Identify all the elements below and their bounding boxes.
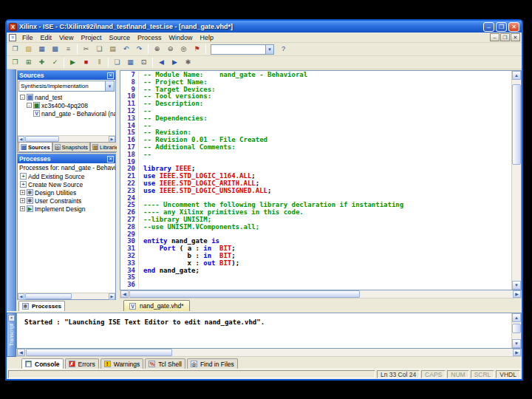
tree-item-label: Implement Design xyxy=(35,205,86,213)
process-add-existing-source[interactable]: +Add Existing Source xyxy=(18,172,115,180)
menu-process[interactable]: Process xyxy=(134,33,166,42)
scroll-right-icon[interactable]: ▶ xyxy=(513,290,521,298)
sources-panel-titlebar[interactable]: Sources ✕ xyxy=(18,71,115,80)
run-icon[interactable]: ▶ xyxy=(66,57,79,68)
scroll-up-icon[interactable]: ▲ xyxy=(512,313,521,322)
menu-source[interactable]: Source xyxy=(105,33,134,42)
process-user-constraints[interactable]: +✱User Constraints xyxy=(18,197,115,205)
scroll-thumb[interactable] xyxy=(512,324,521,333)
scroll-right-icon[interactable]: ▶ xyxy=(513,349,521,356)
scroll-down-icon[interactable]: ▼ xyxy=(512,281,521,290)
process-create-new-source[interactable]: +Create New Source xyxy=(18,180,115,188)
expand-icon[interactable]: + xyxy=(20,198,25,203)
code-editor[interactable]: 7-- Module Name: nand_gate - Behavioral8… xyxy=(120,70,522,290)
minimize-button[interactable]: – xyxy=(483,22,494,32)
toolbar-separator xyxy=(77,44,78,54)
title-bar[interactable]: X Xilinx - ISE - C:\Xilinx92i\nand_test\… xyxy=(7,21,522,33)
scroll-left-icon[interactable]: ◀ xyxy=(120,290,129,298)
scroll-up-icon[interactable]: ▲ xyxy=(512,71,521,80)
scroll-thumb[interactable] xyxy=(26,349,172,356)
bookmark-icon[interactable]: ⚑ xyxy=(191,44,203,55)
undo-icon[interactable]: ↶ xyxy=(120,44,132,55)
pause-icon[interactable]: ‖ xyxy=(93,57,106,68)
scroll-thumb[interactable] xyxy=(25,293,72,299)
next-icon[interactable]: ▶ xyxy=(168,57,181,68)
code-line: 30entity nand_gate is xyxy=(120,238,511,245)
scroll-right-icon[interactable]: ▶ xyxy=(109,293,115,300)
menu-view[interactable]: View xyxy=(55,33,77,42)
new-project-icon[interactable]: ✚ xyxy=(35,57,48,68)
code-lines[interactable]: 7-- Module Name: nand_gate - Behavioral8… xyxy=(120,71,511,290)
sources-for-combobox[interactable]: Synthesis/Implementation ▾ xyxy=(18,81,115,92)
menu-file[interactable]: File xyxy=(18,33,37,42)
collapse-icon[interactable]: - xyxy=(20,95,25,100)
redo-icon[interactable]: ↷ xyxy=(133,44,146,55)
collapse-icon[interactable]: - xyxy=(27,103,32,108)
transcript-close-icon[interactable]: ✕ xyxy=(8,315,15,321)
tab-sources[interactable]: ▤Sources xyxy=(18,143,52,152)
scroll-left-icon[interactable]: ◀ xyxy=(17,349,25,356)
tree-item-device[interactable]: -▦xc3s400-4pq208 xyxy=(18,101,115,109)
chevron-down-icon[interactable]: ▾ xyxy=(265,45,273,54)
expand-icon[interactable]: + xyxy=(20,190,25,195)
add-source-icon[interactable]: ⊞ xyxy=(22,57,35,68)
tree-item-project[interactable]: -▤nand_test xyxy=(18,93,115,101)
cascade-windows-icon[interactable]: ❏ xyxy=(111,57,123,68)
scroll-thumb[interactable] xyxy=(25,136,59,142)
status-bar: Ln 33 Col 24 CAPS NUM SCRL VHDL xyxy=(7,369,522,379)
tab-warnings[interactable]: !Warnings xyxy=(100,358,144,369)
transcript-titlebar[interactable]: ✕ Transcript xyxy=(7,313,16,357)
tab-find-in-files[interactable]: ◎Find in Files xyxy=(187,358,238,369)
zoom-in-icon[interactable]: ⊕ xyxy=(151,44,163,55)
toolbar-combobox[interactable]: ▾ xyxy=(211,44,274,55)
check-syntax-icon[interactable]: ✓ xyxy=(49,57,61,68)
cut-icon[interactable]: ✂ xyxy=(80,44,92,55)
sources-tree: -▤nand_test-▦xc3s400-4pq208Vnand_gate - … xyxy=(18,92,115,135)
scroll-down-icon[interactable]: ▼ xyxy=(512,339,521,348)
paste-icon[interactable]: ▤ xyxy=(106,44,119,55)
help-icon[interactable]: ? xyxy=(277,44,290,55)
chevron-down-icon[interactable]: ▾ xyxy=(105,81,114,91)
processes-close-icon[interactable]: ✕ xyxy=(107,156,114,163)
mdi-minimize-button[interactable]: – xyxy=(490,33,499,41)
tab-errors[interactable]: ✗Errors xyxy=(65,358,99,369)
process-design-utilities[interactable]: +✱Design Utilities xyxy=(18,188,115,197)
zoom-selection-icon[interactable]: ⊡ xyxy=(137,57,150,68)
zoom-out-icon[interactable]: ⊖ xyxy=(164,44,177,55)
tile-windows-icon[interactable]: ▦ xyxy=(124,57,137,68)
scroll-thumb[interactable] xyxy=(512,84,521,165)
scroll-left-icon[interactable]: ◀ xyxy=(18,293,24,300)
find-icon[interactable]: ◎ xyxy=(177,44,190,55)
processes-panel-titlebar[interactable]: Processes ✕ xyxy=(18,154,115,163)
restore-button[interactable]: ❐ xyxy=(496,22,507,32)
sources-close-icon[interactable]: ✕ xyxy=(107,72,114,79)
stop-icon[interactable]: ■ xyxy=(80,57,92,68)
copy-icon[interactable]: ❏ xyxy=(93,44,106,55)
new-document-icon[interactable]: ❐ xyxy=(9,44,21,55)
mdi-close-button[interactable]: ✕ xyxy=(511,33,520,41)
close-button[interactable]: ✕ xyxy=(508,22,519,32)
code-line: 31 Port ( a : in BIT; xyxy=(120,245,511,253)
menu-edit[interactable]: Edit xyxy=(37,33,56,42)
menu-project[interactable]: Project xyxy=(77,33,105,42)
mdi-restore-button[interactable]: ❐ xyxy=(500,33,510,41)
open-folder-icon[interactable]: ▨ xyxy=(22,44,35,55)
expand-icon[interactable]: + xyxy=(20,206,25,211)
previous-icon[interactable]: ◀ xyxy=(155,57,168,68)
new-source-icon[interactable]: ❐ xyxy=(9,57,21,68)
vertical-dock-toolbar[interactable] xyxy=(7,69,16,311)
process-implement-design[interactable]: +▶Implement Design xyxy=(18,205,115,213)
tab-processes[interactable]: ✱ Processes xyxy=(18,301,65,311)
tab-console[interactable]: ▣Console xyxy=(21,358,64,369)
save-all-icon[interactable]: ▩ xyxy=(49,44,61,55)
scroll-thumb[interactable] xyxy=(129,290,360,298)
save-icon[interactable]: ▦ xyxy=(35,44,48,55)
print-icon[interactable]: ≡ xyxy=(62,44,75,55)
tab-snapshots[interactable]: ◎Snapshots xyxy=(52,143,90,152)
settings-icon[interactable]: ✱ xyxy=(182,57,194,68)
menu-help[interactable]: Help xyxy=(196,33,217,42)
tab-nand-gate-vhd[interactable]: V nand_gate.vhd* xyxy=(123,300,190,311)
menu-window[interactable]: Window xyxy=(165,33,196,42)
tab-tcl-shell[interactable]: %Tcl Shell xyxy=(145,358,185,369)
tree-item-module[interactable]: Vnand_gate - Behavioral (nand_gate.vhd) xyxy=(18,109,115,117)
